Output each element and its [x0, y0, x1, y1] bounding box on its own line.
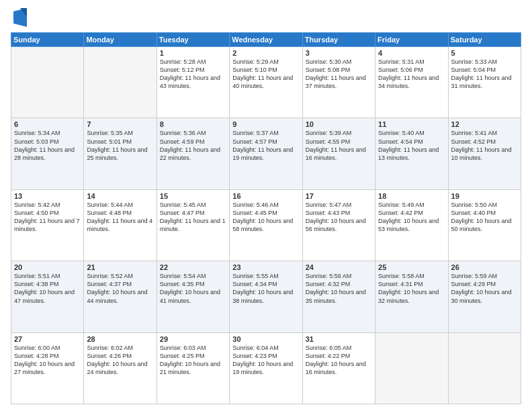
cell-info: Sunrise: 6:02 AM Sunset: 4:26 PM Dayligh… — [87, 344, 153, 377]
day-number: 25 — [378, 263, 445, 271]
cell-info: Sunrise: 5:37 AM Sunset: 4:57 PM Dayligh… — [232, 129, 299, 162]
calendar-cell: 13Sunrise: 5:42 AM Sunset: 4:50 PM Dayli… — [11, 189, 84, 261]
calendar-week-row: 27Sunrise: 6:00 AM Sunset: 4:28 PM Dayli… — [11, 332, 521, 404]
calendar-cell: 16Sunrise: 5:46 AM Sunset: 4:45 PM Dayli… — [230, 189, 302, 261]
day-number: 8 — [160, 120, 226, 128]
day-number: 24 — [306, 263, 372, 271]
calendar-cell: 11Sunrise: 5:40 AM Sunset: 4:54 PM Dayli… — [375, 118, 448, 189]
cell-info: Sunrise: 5:44 AM Sunset: 4:48 PM Dayligh… — [87, 201, 153, 234]
cell-info: Sunrise: 5:39 AM Sunset: 4:55 PM Dayligh… — [306, 129, 372, 162]
cell-info: Sunrise: 5:42 AM Sunset: 4:50 PM Dayligh… — [14, 201, 81, 234]
cell-info: Sunrise: 6:00 AM Sunset: 4:28 PM Dayligh… — [14, 344, 81, 377]
calendar-cell: 26Sunrise: 5:59 AM Sunset: 4:29 PM Dayli… — [448, 261, 521, 332]
cell-info: Sunrise: 5:55 AM Sunset: 4:34 PM Dayligh… — [232, 272, 299, 305]
cell-info: Sunrise: 5:31 AM Sunset: 5:06 PM Dayligh… — [378, 58, 445, 91]
day-number: 15 — [160, 192, 226, 200]
calendar-cell: 1Sunrise: 5:28 AM Sunset: 5:12 PM Daylig… — [157, 47, 229, 118]
calendar-cell: 23Sunrise: 5:55 AM Sunset: 4:34 PM Dayli… — [230, 261, 302, 332]
cell-info: Sunrise: 5:47 AM Sunset: 4:43 PM Dayligh… — [306, 201, 372, 234]
weekday-header-sunday: Sunday — [11, 33, 84, 47]
day-number: 30 — [232, 335, 299, 343]
header — [11, 8, 521, 27]
cell-info: Sunrise: 5:52 AM Sunset: 4:37 PM Dayligh… — [87, 272, 153, 305]
calendar-week-row: 20Sunrise: 5:51 AM Sunset: 4:38 PM Dayli… — [11, 261, 521, 332]
calendar-cell: 30Sunrise: 6:04 AM Sunset: 4:23 PM Dayli… — [230, 332, 302, 404]
calendar-cell: 27Sunrise: 6:00 AM Sunset: 4:28 PM Dayli… — [11, 332, 84, 404]
calendar-cell — [11, 47, 84, 118]
cell-info: Sunrise: 5:35 AM Sunset: 5:01 PM Dayligh… — [87, 129, 153, 162]
day-number: 31 — [306, 335, 372, 343]
weekday-header-saturday: Saturday — [448, 33, 521, 47]
day-number: 17 — [306, 192, 372, 200]
calendar-table: SundayMondayTuesdayWednesdayThursdayFrid… — [11, 32, 521, 404]
calendar-cell — [84, 47, 157, 118]
calendar-cell: 18Sunrise: 5:49 AM Sunset: 4:42 PM Dayli… — [375, 189, 448, 261]
calendar-week-row: 13Sunrise: 5:42 AM Sunset: 4:50 PM Dayli… — [11, 189, 521, 261]
cell-info: Sunrise: 6:05 AM Sunset: 4:22 PM Dayligh… — [306, 344, 372, 377]
calendar-cell — [375, 332, 448, 404]
day-number: 27 — [14, 335, 81, 343]
logo — [11, 8, 27, 27]
calendar-cell: 21Sunrise: 5:52 AM Sunset: 4:37 PM Dayli… — [84, 261, 157, 332]
cell-info: Sunrise: 5:28 AM Sunset: 5:12 PM Dayligh… — [160, 58, 226, 91]
day-number: 1 — [160, 49, 226, 57]
day-number: 16 — [232, 192, 299, 200]
cell-info: Sunrise: 5:45 AM Sunset: 4:47 PM Dayligh… — [160, 201, 226, 234]
day-number: 3 — [306, 49, 372, 57]
day-number: 14 — [87, 192, 153, 200]
cell-info: Sunrise: 6:03 AM Sunset: 4:25 PM Dayligh… — [160, 344, 226, 377]
cell-info: Sunrise: 5:51 AM Sunset: 4:38 PM Dayligh… — [14, 272, 81, 305]
cell-info: Sunrise: 5:56 AM Sunset: 4:32 PM Dayligh… — [306, 272, 372, 305]
calendar-cell: 29Sunrise: 6:03 AM Sunset: 4:25 PM Dayli… — [157, 332, 229, 404]
day-number: 5 — [451, 49, 518, 57]
cell-info: Sunrise: 5:36 AM Sunset: 4:59 PM Dayligh… — [160, 129, 226, 162]
cell-info: Sunrise: 5:30 AM Sunset: 5:08 PM Dayligh… — [306, 58, 372, 91]
day-number: 12 — [451, 120, 518, 128]
cell-info: Sunrise: 5:59 AM Sunset: 4:29 PM Dayligh… — [451, 272, 518, 305]
calendar-week-row: 1Sunrise: 5:28 AM Sunset: 5:12 PM Daylig… — [11, 47, 521, 118]
cell-info: Sunrise: 5:33 AM Sunset: 5:04 PM Dayligh… — [451, 58, 518, 91]
calendar-cell: 20Sunrise: 5:51 AM Sunset: 4:38 PM Dayli… — [11, 261, 84, 332]
weekday-header-monday: Monday — [84, 33, 157, 47]
cell-info: Sunrise: 5:54 AM Sunset: 4:35 PM Dayligh… — [160, 272, 226, 305]
calendar-cell: 19Sunrise: 5:50 AM Sunset: 4:40 PM Dayli… — [448, 189, 521, 261]
calendar-week-row: 6Sunrise: 5:34 AM Sunset: 5:03 PM Daylig… — [11, 118, 521, 189]
cell-info: Sunrise: 5:34 AM Sunset: 5:03 PM Dayligh… — [14, 129, 81, 162]
cell-info: Sunrise: 5:40 AM Sunset: 4:54 PM Dayligh… — [378, 129, 445, 162]
cell-info: Sunrise: 5:49 AM Sunset: 4:42 PM Dayligh… — [378, 201, 445, 234]
calendar-cell: 6Sunrise: 5:34 AM Sunset: 5:03 PM Daylig… — [11, 118, 84, 189]
calendar-cell: 28Sunrise: 6:02 AM Sunset: 4:26 PM Dayli… — [84, 332, 157, 404]
day-number: 26 — [451, 263, 518, 271]
weekday-header-tuesday: Tuesday — [157, 33, 229, 47]
day-number: 19 — [451, 192, 518, 200]
day-number: 22 — [160, 263, 226, 271]
calendar-cell — [448, 332, 521, 404]
weekday-header-thursday: Thursday — [302, 33, 375, 47]
calendar-cell: 9Sunrise: 5:37 AM Sunset: 4:57 PM Daylig… — [230, 118, 302, 189]
cell-info: Sunrise: 6:04 AM Sunset: 4:23 PM Dayligh… — [232, 344, 299, 377]
day-number: 13 — [14, 192, 81, 200]
day-number: 10 — [306, 120, 372, 128]
calendar-cell: 31Sunrise: 6:05 AM Sunset: 4:22 PM Dayli… — [302, 332, 375, 404]
weekday-header-wednesday: Wednesday — [230, 33, 302, 47]
day-number: 28 — [87, 335, 153, 343]
calendar-cell: 8Sunrise: 5:36 AM Sunset: 4:59 PM Daylig… — [157, 118, 229, 189]
cell-info: Sunrise: 5:58 AM Sunset: 4:31 PM Dayligh… — [378, 272, 445, 305]
cell-info: Sunrise: 5:29 AM Sunset: 5:10 PM Dayligh… — [232, 58, 299, 91]
calendar-cell: 10Sunrise: 5:39 AM Sunset: 4:55 PM Dayli… — [302, 118, 375, 189]
day-number: 29 — [160, 335, 226, 343]
weekday-header-friday: Friday — [375, 33, 448, 47]
cell-info: Sunrise: 5:41 AM Sunset: 4:52 PM Dayligh… — [451, 129, 518, 162]
day-number: 7 — [87, 120, 153, 128]
day-number: 20 — [14, 263, 81, 271]
calendar-cell: 3Sunrise: 5:30 AM Sunset: 5:08 PM Daylig… — [302, 47, 375, 118]
day-number: 23 — [232, 263, 299, 271]
calendar-cell: 7Sunrise: 5:35 AM Sunset: 5:01 PM Daylig… — [84, 118, 157, 189]
page: SundayMondayTuesdayWednesdayThursdayFrid… — [0, 0, 532, 411]
calendar-cell: 12Sunrise: 5:41 AM Sunset: 4:52 PM Dayli… — [448, 118, 521, 189]
calendar-cell: 2Sunrise: 5:29 AM Sunset: 5:10 PM Daylig… — [230, 47, 302, 118]
calendar-cell: 17Sunrise: 5:47 AM Sunset: 4:43 PM Dayli… — [302, 189, 375, 261]
logo-icon — [13, 8, 27, 27]
day-number: 18 — [378, 192, 445, 200]
day-number: 4 — [378, 49, 445, 57]
